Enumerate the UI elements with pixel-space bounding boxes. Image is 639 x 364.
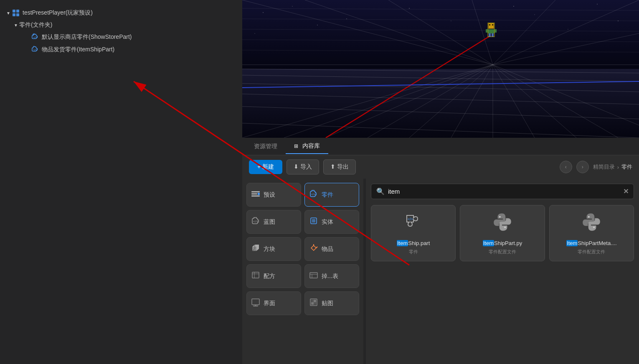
tree-root-item[interactable]: ▼ testPresetPlayer(玩家预设) xyxy=(0,7,242,19)
svg-rect-55 xyxy=(489,24,490,25)
item-cat-icon xyxy=(309,243,318,255)
svg-point-46 xyxy=(597,4,597,4)
svg-rect-54 xyxy=(489,23,494,28)
folder-item[interactable]: ▼ 零件(文件夹) xyxy=(0,19,242,31)
recipe-cat-icon xyxy=(251,270,260,282)
content-area: 预设 </> 零件 </> xyxy=(242,179,639,364)
texture-cat-icon xyxy=(309,298,318,309)
category-ui[interactable]: 界面 xyxy=(246,291,301,315)
new-button[interactable]: + 新建 xyxy=(249,160,282,174)
cat-recipe-label: 配方 xyxy=(264,273,275,280)
svg-point-51 xyxy=(513,6,514,7)
result-item-1[interactable]: ItemShipPart.py 零件配置文件 xyxy=(460,205,545,261)
svg-rect-58 xyxy=(489,33,491,37)
category-part[interactable]: </> 零件 xyxy=(304,183,359,207)
result-icon-1 xyxy=(492,211,513,237)
svg-point-47 xyxy=(618,20,619,21)
preset-cat-icon xyxy=(251,189,260,200)
cat-block-label: 方块 xyxy=(264,245,275,253)
toolbar: + 新建 ⬇ 导入 ⬆ 导出 ‹ › 精简目录 › 零件 xyxy=(242,155,639,179)
svg-rect-87 xyxy=(314,302,316,305)
category-panel: 预设 </> 零件 </> xyxy=(242,179,363,364)
tree-child-2[interactable]: </> 物品发货零件(ItemShipPart) xyxy=(0,43,242,56)
result-item-0[interactable]: </> ItemShip.part 零件 xyxy=(371,205,456,261)
svg-rect-60 xyxy=(486,29,487,33)
cat-item-label: 物品 xyxy=(322,245,333,253)
export-button[interactable]: ⬆ 导出 xyxy=(323,159,356,174)
block-cat-icon xyxy=(251,243,260,255)
result-type-2: 零件配置文件 xyxy=(578,249,605,255)
blueprint-cat-icon: </> xyxy=(251,216,260,228)
svg-text:</>: </> xyxy=(33,48,37,51)
svg-rect-56 xyxy=(492,24,493,25)
ui-cat-icon xyxy=(251,298,260,309)
svg-point-42 xyxy=(292,6,292,6)
new-label: + 新建 xyxy=(257,163,274,171)
svg-point-90 xyxy=(504,226,506,228)
child2-label: 物品发货零件(ItemShipPart) xyxy=(42,46,114,53)
result-name-2: ItemShipPartMeta.... xyxy=(566,240,617,247)
cat-part-label: 零件 xyxy=(322,191,333,199)
svg-rect-7 xyxy=(242,0,639,69)
category-preset[interactable]: 预设 xyxy=(246,183,301,207)
root-arrow: ▼ xyxy=(5,11,12,15)
clear-search-button[interactable]: ✕ xyxy=(623,187,629,195)
export-label: ⬆ 导出 xyxy=(330,163,349,171)
cat-preset-label: 预设 xyxy=(264,191,275,199)
svg-line-73 xyxy=(316,247,317,248)
child1-label: 默认显示商店零件(ShowStorePart) xyxy=(42,33,132,41)
svg-text:</>: </> xyxy=(408,217,413,221)
category-loot[interactable]: 掉...表 xyxy=(304,264,359,288)
category-item[interactable]: 物品 xyxy=(304,237,359,261)
svg-rect-74 xyxy=(252,272,259,278)
result-icon-0: </> xyxy=(403,211,424,237)
breadcrumb: 精简目录 › 零件 xyxy=(593,163,632,171)
svg-point-45 xyxy=(534,14,535,15)
cat-texture-label: 贴图 xyxy=(322,300,333,307)
cat-ui-label: 界面 xyxy=(264,300,275,307)
tab-bar: 资源管理 ⊞ 内容库 xyxy=(242,138,639,155)
svg-rect-64 xyxy=(251,193,257,195)
svg-rect-8 xyxy=(242,69,639,138)
viewport xyxy=(242,0,639,138)
svg-rect-2 xyxy=(13,13,15,16)
category-entity[interactable]: 实体 xyxy=(304,210,359,234)
category-recipe[interactable]: 配方 xyxy=(246,264,301,288)
entity-cat-icon xyxy=(309,216,318,228)
folder-arrow: ▼ xyxy=(13,23,19,28)
result-name-1: ItemShipPart.py xyxy=(483,240,522,247)
cat-loot-label: 掉...表 xyxy=(322,273,338,280)
tab-content-label: 内容库 xyxy=(302,142,320,149)
svg-rect-80 xyxy=(252,299,259,305)
result-item-2[interactable]: ItemShipPartMeta.... 零件配置文件 xyxy=(549,205,634,261)
svg-rect-66 xyxy=(251,195,260,197)
result-highlight-1: Item xyxy=(483,240,494,246)
results-grid: </> ItemShip.part 零件 xyxy=(371,205,634,261)
svg-rect-3 xyxy=(16,13,19,16)
tab-asset-label: 资源管理 xyxy=(254,143,277,149)
tab-asset-management[interactable]: 资源管理 xyxy=(246,139,286,154)
svg-point-41 xyxy=(263,12,264,13)
puzzle-icon-1: </> xyxy=(31,33,39,41)
svg-point-43 xyxy=(346,18,347,19)
puzzle-icon-2: </> xyxy=(31,46,39,54)
svg-rect-65 xyxy=(258,193,260,195)
result-icon-2 xyxy=(581,211,602,237)
tree-child-1[interactable]: </> 默认显示商店零件(ShowStorePart) xyxy=(0,31,242,43)
category-block[interactable]: 方块 xyxy=(246,237,301,261)
svg-point-89 xyxy=(499,216,501,217)
search-icon: 🔍 xyxy=(376,187,385,195)
svg-text:</>: </> xyxy=(253,220,258,223)
svg-point-92 xyxy=(593,226,595,228)
svg-rect-61 xyxy=(495,29,497,33)
search-input[interactable] xyxy=(388,188,623,195)
cat-blueprint-label: 蓝图 xyxy=(264,218,275,226)
category-blueprint[interactable]: </> 蓝图 xyxy=(246,210,301,234)
svg-rect-59 xyxy=(492,33,494,37)
import-button[interactable]: ⬇ 导入 xyxy=(287,159,319,174)
category-texture[interactable]: 贴图 xyxy=(304,291,359,315)
tab-content-library[interactable]: ⊞ 内容库 xyxy=(286,139,328,154)
nav-back-button[interactable]: ‹ xyxy=(560,161,572,173)
svg-point-49 xyxy=(317,25,317,25)
nav-forward-button[interactable]: › xyxy=(576,161,589,173)
